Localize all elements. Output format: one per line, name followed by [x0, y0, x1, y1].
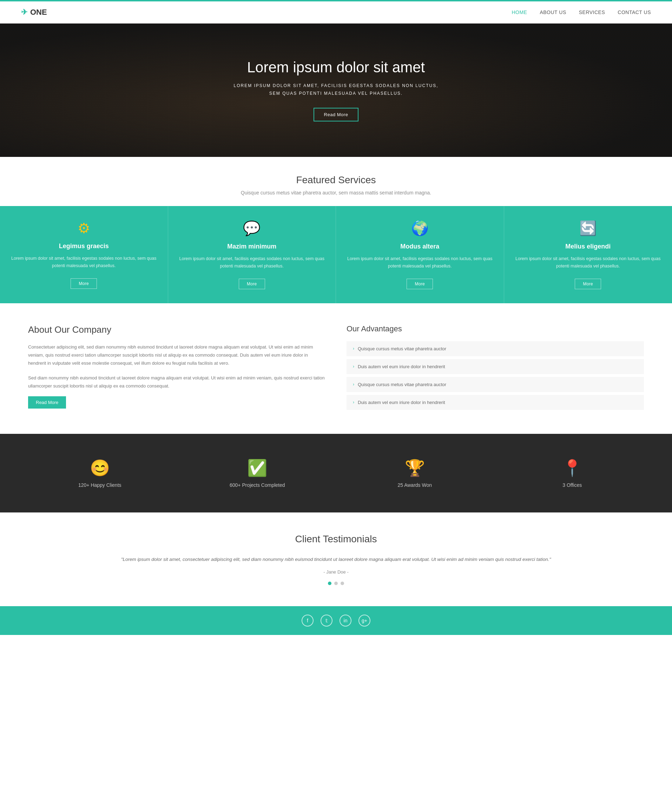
stat-label-0: 120+ Happy Clients	[28, 482, 172, 488]
service-card-2: 🌍 Modus altera Lorem ipsum dolor sit ame…	[336, 206, 504, 303]
stat-label-2: 25 Awards Won	[343, 482, 486, 488]
testimonial-dots	[70, 582, 602, 585]
stat-icon-0: 😊	[28, 458, 172, 477]
social-icon-twitter[interactable]: 𝕥	[321, 614, 333, 626]
social-icon-linkedin[interactable]: in	[339, 614, 351, 626]
service-desc-3: Lorem ipsum dolor sit amet, facilisis eg…	[515, 255, 662, 270]
nav-link-services[interactable]: SERVICES	[579, 10, 605, 15]
stat-label-3: 3 Offices	[501, 482, 644, 488]
nav-link-about[interactable]: ABOUT US	[540, 10, 566, 15]
about-left: About Our Company Consectetuer adipiscin…	[28, 324, 326, 413]
service-more-button-1[interactable]: More	[239, 279, 265, 289]
nav-link-home[interactable]: HOME	[512, 10, 527, 15]
stat-icon-3: 📍	[501, 458, 644, 477]
logo-text: ONE	[30, 8, 47, 17]
service-more-button-0[interactable]: More	[70, 278, 97, 289]
testimonial-quote: "Lorem ipsum dolor sit amet, consectetue…	[70, 555, 602, 564]
hero-cta-button[interactable]: Read More	[314, 108, 359, 122]
advantage-chevron-2: ›	[353, 382, 354, 387]
advantage-text-3: Duis autem vel eum iriure dolor in hendr…	[358, 400, 445, 405]
service-title-2: Modus altera	[346, 243, 493, 250]
testimonial-dot-0[interactable]	[328, 582, 331, 585]
advantage-item-2: ›Quisque cursus metus vitae pharetra auc…	[346, 377, 644, 392]
about-read-more-button[interactable]: Read More	[28, 396, 66, 409]
social-icon-google-plus[interactable]: g+	[358, 614, 370, 626]
about-section: About Our Company Consectetuer adipiscin…	[0, 303, 672, 434]
service-icon-1: 💬	[179, 220, 326, 237]
service-desc-0: Lorem ipsum dolor sit amet, facilisis eg…	[10, 255, 157, 270]
stat-icon-1: ✅	[186, 458, 329, 477]
advantage-item-0: ›Quisque cursus metus vitae pharetra auc…	[346, 341, 644, 356]
about-paragraph-1: Consectetuer adipiscing elit, sed diam n…	[28, 343, 326, 367]
service-card-1: 💬 Mazim minimum Lorem ipsum dolor sit am…	[168, 206, 336, 303]
service-card-0: ⚙ Legimus graecis Lorem ipsum dolor sit …	[0, 206, 168, 303]
service-icon-2: 🌍	[346, 220, 493, 237]
service-title-3: Melius eligendi	[515, 243, 662, 250]
about-right: Our Advantages ›Quisque cursus metus vit…	[346, 324, 644, 413]
footer: f𝕥ing+	[0, 606, 672, 635]
stat-icon-2: 🏆	[343, 458, 486, 477]
service-card-3: 🔄 Melius eligendi Lorem ipsum dolor sit …	[504, 206, 672, 303]
about-title: About Our Company	[28, 324, 326, 335]
hero-section: Lorem ipsum dolor sit amet LOREM IPSUM D…	[0, 23, 672, 157]
service-icon-3: 🔄	[515, 220, 662, 237]
service-icon-0: ⚙	[10, 220, 157, 236]
services-grid: ⚙ Legimus graecis Lorem ipsum dolor sit …	[0, 206, 672, 303]
hero-subtitle: LOREM IPSUM DOLOR SIT AMET, FACILISIS EG…	[234, 82, 438, 97]
advantage-text-0: Quisque cursus metus vitae pharetra auct…	[358, 346, 446, 351]
advantage-text-2: Quisque cursus metus vitae pharetra auct…	[358, 382, 446, 387]
stats-grid: 😊 120+ Happy Clients ✅ 600+ Projects Com…	[0, 434, 672, 513]
nav-links: HOMEABOUT USSERVICESCONTACT US	[512, 9, 651, 15]
stat-item-0: 😊 120+ Happy Clients	[21, 451, 179, 495]
hero-title: Lorem ipsum dolor sit amet	[247, 59, 425, 76]
advantage-chevron-0: ›	[353, 346, 354, 351]
stat-item-2: 🏆 25 Awards Won	[336, 451, 494, 495]
stat-item-1: ✅ 600+ Projects Completed	[179, 451, 336, 495]
stat-label-1: 600+ Projects Completed	[186, 482, 329, 488]
testimonial-dot-2[interactable]	[341, 582, 344, 585]
testimonials-section: Client Testimonials "Lorem ipsum dolor s…	[0, 513, 672, 606]
service-desc-2: Lorem ipsum dolor sit amet, facilisis eg…	[346, 255, 493, 270]
featured-services-header: Featured Services Quisque cursus metus v…	[0, 157, 672, 206]
social-icon-facebook[interactable]: f	[302, 614, 314, 626]
stats-section: 😊 120+ Happy Clients ✅ 600+ Projects Com…	[0, 434, 672, 513]
service-more-button-3[interactable]: More	[575, 279, 601, 289]
advantage-item-1: ›Duis autem vel eum iriure dolor in hend…	[346, 359, 644, 374]
logo-icon: ✈	[21, 8, 27, 17]
advantage-item-3: ›Duis autem vel eum iriure dolor in hend…	[346, 395, 644, 410]
service-title-1: Mazim minimum	[179, 243, 326, 250]
advantage-chevron-3: ›	[353, 400, 354, 405]
featured-services-title: Featured Services	[7, 174, 665, 186]
advantage-text-1: Duis autem vel eum iriure dolor in hendr…	[358, 364, 445, 369]
service-desc-1: Lorem ipsum dolor sit amet, facilisis eg…	[179, 255, 326, 270]
advantage-chevron-1: ›	[353, 364, 354, 369]
testimonial-dot-1[interactable]	[334, 582, 338, 585]
logo[interactable]: ✈ ONE	[21, 8, 47, 17]
testimonial-author: - Jane Doe -	[70, 569, 602, 574]
advantages-list: ›Quisque cursus metus vitae pharetra auc…	[346, 341, 644, 410]
advantages-title: Our Advantages	[346, 324, 644, 334]
nav-link-contact[interactable]: CONTACT US	[618, 10, 651, 15]
about-paragraph-2: Sed diam nonummy nibh euismod tincidunt …	[28, 374, 326, 390]
featured-services-subtitle: Quisque cursus metus vitae pharetra auct…	[7, 190, 665, 195]
testimonials-title: Client Testimonials	[70, 534, 602, 545]
stat-item-3: 📍 3 Offices	[494, 451, 651, 495]
service-more-button-2[interactable]: More	[406, 279, 433, 289]
service-title-0: Legimus graecis	[10, 242, 157, 250]
navbar: ✈ ONE HOMEABOUT USSERVICESCONTACT US	[0, 2, 672, 23]
